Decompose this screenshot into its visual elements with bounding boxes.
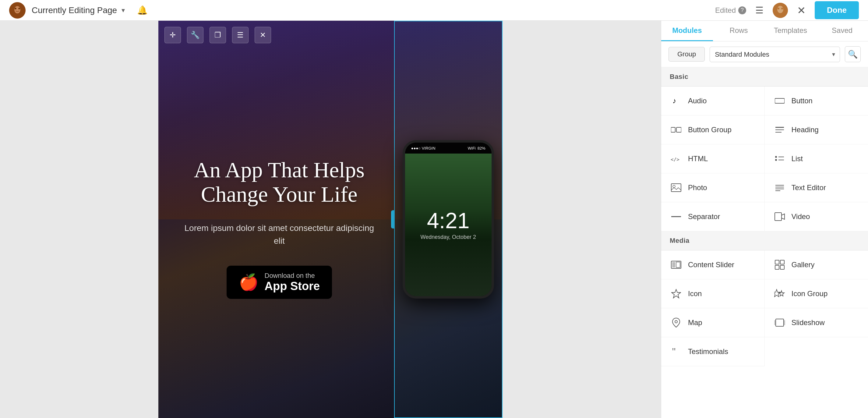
svg-point-20: [775, 159, 777, 161]
tab-rows[interactable]: Rows: [713, 21, 765, 41]
svg-rect-29: [775, 213, 781, 220]
svg-rect-22: [671, 184, 681, 191]
page-content: An App That Helps Change Your Life Lorem…: [158, 21, 502, 418]
canvas-settings-btn[interactable]: 🔧: [187, 27, 204, 43]
svg-rect-13: [676, 127, 681, 132]
page-left-col: An App That Helps Change Your Life Lorem…: [158, 21, 394, 418]
svg-marker-37: [672, 290, 681, 298]
module-list[interactable]: List: [765, 144, 868, 173]
canvas-move-btn[interactable]: ✛: [164, 27, 181, 43]
canvas-copy-btn[interactable]: ❐: [210, 27, 226, 43]
panel-filter-row: Group Standard Modules 🔍: [661, 41, 868, 67]
modules-select-wrapper: Standard Modules: [710, 47, 840, 62]
done-button[interactable]: Done: [815, 1, 859, 19]
svg-text:♪: ♪: [673, 97, 676, 105]
module-content-slider-label: Content Slider: [688, 261, 734, 269]
phone-status-icons: WiFi 82%: [468, 146, 486, 150]
group-button[interactable]: Group: [669, 47, 705, 62]
module-button-label: Button: [792, 97, 812, 105]
module-slideshow-label: Slideshow: [792, 318, 825, 327]
resize-handle-right[interactable]: [502, 210, 502, 229]
store-label: App Store: [265, 280, 320, 293]
icon-group-module-icon: [773, 287, 786, 300]
tab-templates[interactable]: Templates: [765, 21, 816, 41]
search-icon: 🔍: [848, 50, 858, 59]
avatar[interactable]: [773, 3, 788, 18]
module-separator[interactable]: Separator: [661, 202, 765, 231]
battery-icon: 82%: [477, 146, 486, 150]
phone-carrier: ●●●○ VIRGIN: [411, 146, 436, 150]
edited-status: Edited ?: [715, 6, 746, 14]
heading-icon: [773, 123, 786, 136]
module-text-editor[interactable]: Text Editor: [765, 173, 868, 202]
module-html-label: HTML: [688, 154, 708, 163]
photo-icon: [670, 181, 683, 194]
module-button-group-label: Button Group: [688, 125, 732, 134]
canvas-menu-btn[interactable]: ☰: [232, 27, 249, 43]
phone-time: 4:21: [427, 210, 470, 232]
apple-logo-icon: 🍎: [239, 274, 258, 290]
module-icon-group-label: Icon Group: [792, 290, 828, 298]
download-label: Download on the: [265, 272, 320, 280]
module-audio[interactable]: ♪ Audio: [661, 87, 765, 116]
module-text-editor-label: Text Editor: [792, 183, 826, 192]
button-group-icon: [670, 123, 683, 136]
module-html[interactable]: </> HTML: [661, 144, 765, 173]
page-phone-col[interactable]: ✛ 🔧 ❐ ⊞ ✕ ●●●○ VIRGIN WiFi: [394, 21, 502, 418]
tab-saved[interactable]: Saved: [816, 21, 868, 41]
module-slideshow[interactable]: Slideshow: [765, 308, 868, 337]
svg-point-9: [781, 8, 783, 9]
module-heading[interactable]: Heading: [765, 116, 868, 144]
svg-point-5: [19, 8, 20, 9]
help-icon[interactable]: ?: [738, 6, 746, 14]
svg-marker-39: [779, 291, 784, 296]
chevron-down-icon[interactable]: ▾: [122, 6, 125, 14]
module-video-label: Video: [792, 212, 810, 221]
canvas-area: ✛ 🔧 ❐ ☰ ✕ An App That Helps Change Your …: [0, 21, 661, 418]
module-button-group[interactable]: Button Group: [661, 116, 765, 144]
svg-rect-32: [676, 262, 680, 268]
main-layout: ✛ 🔧 ❐ ☰ ✕ An App That Helps Change Your …: [0, 21, 868, 418]
close-icon[interactable]: ✕: [797, 4, 806, 17]
svg-point-40: [675, 321, 677, 323]
svg-point-7: [777, 6, 783, 13]
right-panel: Modules Rows Templates Saved Group Stand…: [661, 21, 868, 418]
button-icon: [773, 94, 786, 107]
module-testimonials[interactable]: " Testimonials: [661, 337, 765, 366]
phone-top-bar: ●●●○ VIRGIN WiFi 82%: [405, 143, 492, 154]
separator-icon: [670, 210, 683, 223]
module-testimonials-label: Testimonials: [688, 347, 728, 356]
module-icon[interactable]: Icon: [661, 279, 765, 308]
module-map[interactable]: Map: [661, 308, 765, 337]
modules-select[interactable]: Standard Modules: [710, 47, 840, 62]
resize-handle-left[interactable]: [391, 210, 395, 229]
module-audio-label: Audio: [688, 97, 707, 105]
svg-rect-11: [775, 98, 784, 103]
module-icon-group[interactable]: Icon Group: [765, 279, 868, 308]
svg-rect-42: [774, 320, 776, 325]
module-button[interactable]: Button: [765, 87, 868, 116]
video-icon: [773, 210, 786, 223]
svg-point-4: [15, 8, 16, 9]
svg-rect-43: [784, 320, 785, 325]
basic-module-grid: ♪ Audio Button: [661, 87, 868, 231]
module-map-label: Map: [688, 318, 702, 327]
module-gallery-label: Gallery: [792, 261, 815, 269]
module-video[interactable]: Video: [765, 202, 868, 231]
tab-modules[interactable]: Modules: [661, 21, 713, 41]
app-store-button[interactable]: 🍎 Download on the App Store: [226, 266, 332, 299]
svg-point-18: [775, 156, 777, 158]
svg-rect-34: [780, 260, 784, 264]
search-button[interactable]: 🔍: [845, 46, 861, 62]
bell-icon[interactable]: 🔔: [137, 5, 148, 15]
canvas-close-btn[interactable]: ✕: [255, 27, 271, 43]
list-icon[interactable]: ☰: [755, 5, 764, 16]
module-gallery[interactable]: Gallery: [765, 250, 868, 279]
slideshow-icon: [773, 316, 786, 329]
section-basic-header: Basic: [661, 67, 868, 87]
module-photo[interactable]: Photo: [661, 173, 765, 202]
module-content-slider[interactable]: Content Slider: [661, 250, 765, 279]
svg-point-23: [673, 185, 675, 188]
module-separator-label: Separator: [688, 212, 720, 221]
canvas-toolbar: ✛ 🔧 ❐ ☰ ✕: [164, 27, 502, 43]
